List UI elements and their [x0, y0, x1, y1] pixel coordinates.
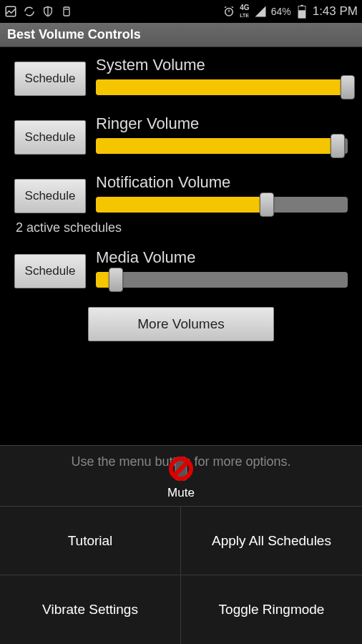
- volume-label: System Volume: [96, 56, 348, 74]
- image-icon: [4, 5, 17, 18]
- slider-notification[interactable]: [96, 196, 348, 213]
- slider-ringer[interactable]: [96, 137, 348, 155]
- volume-row-notification: Schedule Notification Volume: [14, 173, 348, 213]
- svg-rect-0: [6, 6, 16, 16]
- volume-label: Ringer Volume: [96, 114, 348, 133]
- volume-row-ringer: Schedule Ringer Volume: [14, 114, 348, 155]
- main-content: Schedule System Volume Schedule Ringer V…: [0, 47, 362, 341]
- menu-apply-all[interactable]: Apply All Schedules: [181, 507, 362, 575]
- more-volumes-button[interactable]: More Volumes: [88, 307, 274, 341]
- svg-line-8: [225, 6, 226, 8]
- volume-label: Media Volume: [96, 248, 348, 267]
- volume-control-ringer: Ringer Volume: [96, 114, 348, 155]
- svg-rect-12: [298, 10, 305, 18]
- menu-grid: Tutorial Apply All Schedules Vibrate Set…: [0, 507, 362, 644]
- menu-toggle-ringmode[interactable]: Toggle Ringmode: [181, 575, 362, 644]
- status-bar: 4GLTE 64% 1:43 PM: [0, 0, 362, 23]
- svg-line-9: [232, 6, 233, 8]
- menu-tutorial[interactable]: Tutorial: [0, 507, 181, 575]
- signal-icon: [254, 5, 267, 18]
- network-label: 4GLTE: [240, 4, 249, 19]
- volume-control-media: Media Volume: [96, 248, 348, 288]
- volume-control-system: System Volume: [96, 56, 348, 96]
- active-schedules-text: 2 active schedules: [14, 220, 348, 235]
- menu-vibrate-settings[interactable]: Vibrate Settings: [0, 575, 181, 644]
- volume-control-notification: Notification Volume: [96, 173, 348, 213]
- volume-row-system: Schedule System Volume: [14, 56, 348, 96]
- status-left: [4, 5, 73, 18]
- schedule-button-ringer[interactable]: Schedule: [14, 120, 86, 155]
- battery-icon: [295, 5, 308, 18]
- sd-icon: [60, 5, 73, 18]
- status-right: 4GLTE 64% 1:43 PM: [222, 4, 358, 19]
- mute-label: Mute: [167, 486, 195, 500]
- schedule-button-notification[interactable]: Schedule: [14, 179, 86, 213]
- svg-rect-2: [64, 7, 69, 16]
- alarm-icon: [222, 5, 235, 18]
- mute-icon: [165, 453, 197, 484]
- clock: 1:43 PM: [313, 4, 358, 19]
- sync-icon: [23, 5, 36, 18]
- schedule-button-system[interactable]: Schedule: [14, 62, 86, 96]
- battery-pct: 64%: [271, 6, 291, 17]
- volume-row-media: Schedule Media Volume: [14, 248, 348, 288]
- slider-media[interactable]: [96, 271, 348, 288]
- menu-overlay: Use the menu button for more options. Mu…: [0, 445, 362, 644]
- svg-rect-11: [300, 5, 303, 6]
- shield-icon: [41, 5, 54, 18]
- schedule-button-media[interactable]: Schedule: [14, 254, 86, 288]
- volume-label: Notification Volume: [96, 173, 348, 192]
- app-title-bar: Best Volume Controls: [0, 23, 362, 47]
- app-title: Best Volume Controls: [7, 27, 141, 42]
- mute-button[interactable]: Mute: [0, 453, 362, 507]
- slider-system[interactable]: [96, 79, 348, 96]
